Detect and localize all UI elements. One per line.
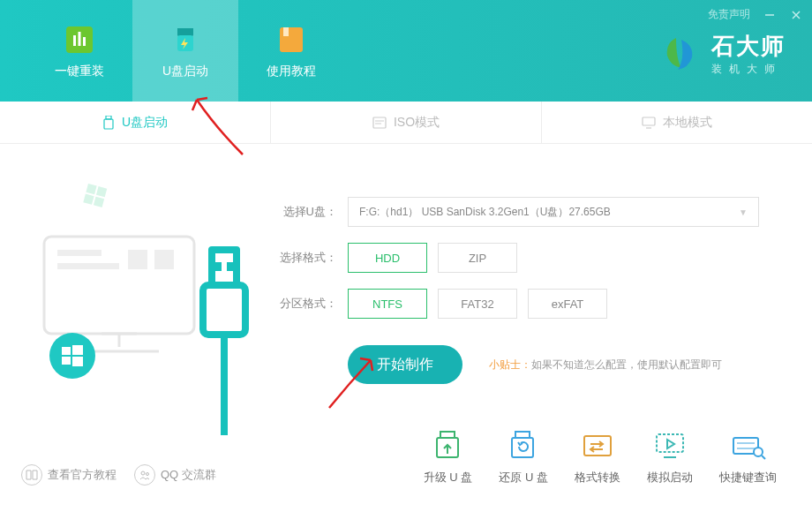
svg-rect-6 — [83, 37, 86, 46]
svg-rect-20 — [94, 197, 104, 207]
sub-tab-iso-mode[interactable]: ISO模式 — [271, 102, 542, 143]
link-qq-group[interactable]: QQ 交流群 — [134, 464, 216, 486]
svg-rect-11 — [104, 119, 113, 129]
svg-rect-44 — [657, 434, 683, 452]
close-icon[interactable] — [789, 8, 803, 22]
svg-rect-19 — [83, 194, 94, 205]
format-option-zip[interactable]: ZIP — [438, 243, 517, 273]
keyboard-search-icon — [730, 431, 767, 463]
hint-label: 小贴士： — [489, 358, 531, 371]
svg-rect-25 — [154, 250, 174, 269]
upgrade-usb-icon — [430, 431, 467, 463]
nav-tab-tutorial[interactable]: 使用教程 — [238, 0, 344, 102]
form-area: 选择U盘： F:G:（hd1） USB SanDisk 3.2Gen1（U盘）2… — [274, 197, 759, 384]
link-label: QQ 交流群 — [161, 467, 216, 483]
restore-usb-icon — [505, 431, 542, 463]
svg-rect-5 — [79, 32, 81, 46]
content-area: 选择U盘： F:G:（hd1） USB SanDisk 3.2Gen1（U盘）2… — [0, 144, 812, 384]
sub-tab-label: 本地模式 — [663, 115, 712, 131]
tool-label: 快捷键查询 — [719, 470, 777, 486]
svg-rect-4 — [73, 35, 76, 46]
tool-simulate-boot[interactable]: 模拟启动 — [647, 431, 693, 486]
svg-rect-12 — [373, 117, 386, 128]
brand-logo-icon — [658, 33, 701, 75]
minimize-icon[interactable] — [763, 8, 777, 22]
header: 免责声明 一键重装 U盘启动 使用教程 — [0, 0, 812, 102]
svg-point-51 — [141, 471, 145, 475]
partition-option-fat32[interactable]: FAT32 — [438, 289, 517, 319]
svg-point-52 — [147, 473, 149, 476]
sub-tab-label: ISO模式 — [394, 115, 440, 131]
bottom-tools: 升级 U 盘 还原 U 盘 格式转换 模拟启动 快捷键查询 — [424, 431, 777, 486]
svg-rect-8 — [280, 27, 303, 52]
svg-rect-31 — [72, 345, 83, 355]
svg-point-49 — [754, 448, 763, 456]
nav-label: 使用教程 — [267, 64, 316, 79]
monitor-icon — [642, 117, 656, 129]
brand: 石大师 装机大师 — [658, 31, 786, 77]
usb-illustration — [26, 170, 265, 435]
title-bar: 免责声明 — [708, 7, 803, 22]
brand-name: 石大师 — [711, 31, 786, 62]
svg-rect-39 — [440, 432, 455, 438]
svg-rect-43 — [584, 436, 611, 456]
nav-tab-reinstall[interactable]: 一键重装 — [26, 0, 132, 102]
sub-tab-local-mode[interactable]: 本地模式 — [542, 102, 812, 143]
bottom-left-links: 查看官方教程 QQ 交流群 — [21, 464, 216, 486]
nav-label: 一键重装 — [55, 64, 104, 79]
tool-label: 还原 U 盘 — [499, 470, 548, 486]
tool-shortcut-query[interactable]: 快捷键查询 — [719, 431, 777, 486]
svg-rect-32 — [62, 357, 71, 365]
svg-rect-34 — [203, 285, 245, 335]
brand-sub: 装机大师 — [711, 62, 782, 77]
svg-rect-33 — [72, 357, 83, 366]
svg-line-50 — [762, 456, 765, 459]
reinstall-icon — [63, 23, 96, 56]
svg-rect-10 — [106, 116, 111, 119]
tool-upgrade-usb[interactable]: 升级 U 盘 — [424, 431, 473, 486]
svg-point-29 — [49, 333, 95, 379]
select-disk-dropdown[interactable]: F:G:（hd1） USB SanDisk 3.2Gen1（U盘）27.65GB — [348, 197, 759, 227]
sub-tabs: U盘启动 ISO模式 本地模式 — [0, 102, 812, 144]
disclaimer-link[interactable]: 免责声明 — [708, 7, 750, 22]
partition-label: 分区格式： — [274, 296, 337, 312]
iso-icon — [372, 117, 387, 129]
select-disk-value: F:G:（hd1） USB SanDisk 3.2Gen1（U盘）27.65GB — [359, 205, 611, 220]
sub-tab-label: U盘启动 — [122, 115, 168, 131]
link-label: 查看官方教程 — [48, 467, 117, 483]
simulate-icon — [651, 431, 688, 463]
svg-rect-9 — [283, 27, 289, 36]
tool-label: 模拟启动 — [647, 470, 693, 486]
svg-rect-30 — [62, 347, 71, 355]
svg-rect-17 — [86, 184, 96, 194]
nav-tabs: 一键重装 U盘启动 使用教程 — [0, 0, 344, 102]
select-disk-label: 选择U盘： — [274, 204, 337, 220]
tool-label: 格式转换 — [575, 470, 620, 486]
tutorial-icon — [274, 23, 308, 56]
svg-rect-18 — [96, 186, 107, 197]
svg-rect-23 — [57, 263, 119, 269]
sub-tab-usb-boot[interactable]: U盘启动 — [0, 102, 271, 143]
svg-rect-42 — [512, 438, 533, 457]
format-label: 选择格式： — [274, 250, 337, 266]
format-option-hdd[interactable]: HDD — [348, 243, 427, 273]
tool-format-convert[interactable]: 格式转换 — [575, 431, 620, 486]
nav-tab-usb-boot[interactable]: U盘启动 — [132, 0, 238, 102]
svg-rect-24 — [128, 250, 147, 269]
convert-icon — [579, 431, 616, 463]
partition-option-exfat[interactable]: exFAT — [528, 289, 607, 319]
svg-rect-22 — [57, 250, 102, 256]
start-button[interactable]: 开始制作 — [348, 345, 462, 384]
partition-option-ntfs[interactable]: NTFS — [348, 289, 427, 319]
hint-text: 小贴士：如果不知道怎么配置，使用默认配置即可 — [489, 358, 722, 373]
usb-icon — [102, 116, 115, 130]
link-official-tutorial[interactable]: 查看官方教程 — [21, 464, 117, 486]
tool-label: 升级 U 盘 — [424, 470, 473, 486]
svg-rect-41 — [515, 432, 530, 438]
svg-rect-15 — [643, 117, 655, 125]
nav-label: U盘启动 — [162, 64, 208, 79]
tool-restore-usb[interactable]: 还原 U 盘 — [499, 431, 548, 486]
usb-boot-icon — [169, 23, 202, 56]
group-icon — [134, 464, 155, 486]
book-icon — [21, 464, 42, 486]
